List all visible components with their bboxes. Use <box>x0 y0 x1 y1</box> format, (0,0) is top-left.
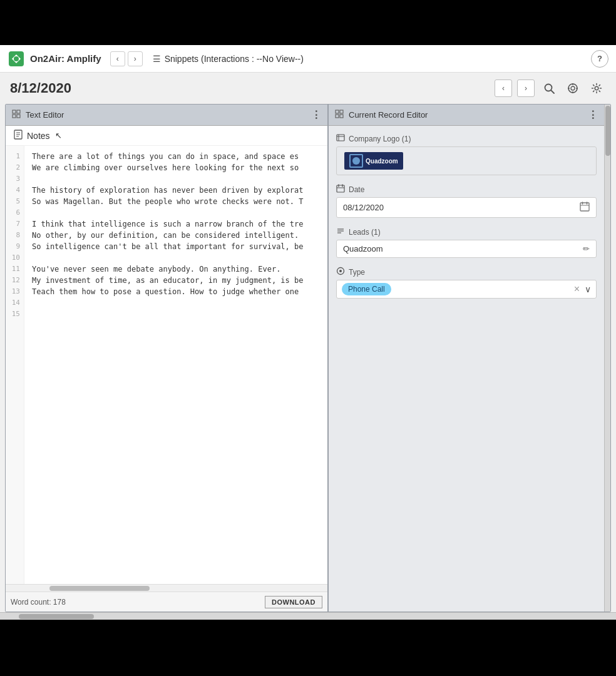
right-panel-inner: Current Record Editor ⋮ <box>329 105 604 612</box>
svg-line-4 <box>551 90 554 93</box>
bottom-scrollbar[interactable] <box>0 612 616 620</box>
notes-label: Notes <box>27 131 50 141</box>
line-num-4: 4 <box>6 185 24 196</box>
text-line-9: So intelligence can't be all that import… <box>32 241 320 252</box>
text-line-2: We are climbing over ourselves here look… <box>32 162 320 173</box>
app-title: On2Air: Amplify <box>30 53 101 64</box>
record-editor-menu-btn[interactable]: ⋮ <box>588 109 598 121</box>
line-num-11: 11 <box>6 264 24 275</box>
help-button[interactable]: ? <box>591 50 608 68</box>
date-value: 08/12/2020 <box>343 203 384 212</box>
app-logo: On2Air: Amplify <box>8 50 101 68</box>
leads-input[interactable]: Quadzoom ✏ <box>336 240 597 258</box>
phone-call-badge: Phone Call <box>342 283 391 295</box>
h-scrollbar-thumb[interactable] <box>49 586 150 591</box>
nav-forward-btn[interactable]: › <box>128 51 143 66</box>
quadroon-logo: Quadzoom <box>344 152 403 170</box>
line-num-8: 8 <box>6 230 24 241</box>
text-line-7: I think that intelligence is such a narr… <box>32 218 320 230</box>
calendar-icon <box>580 202 590 213</box>
gear-icon <box>591 83 602 94</box>
type-field-label: Type <box>336 267 597 277</box>
right-panel-scrollbar[interactable] <box>604 105 610 612</box>
text-line-4: The history of exploration has never bee… <box>32 185 320 196</box>
bottom-scrollbar-thumb[interactable] <box>19 614 94 619</box>
type-section: Type Phone Call × ∨ <box>336 267 597 299</box>
line-num-7: 7 <box>6 218 24 230</box>
line-num-1: 1 <box>6 151 24 162</box>
menu-icon-btn[interactable]: ☰ Snippets (Interactions : --No View--) <box>153 54 304 64</box>
date-input[interactable]: 08/12/2020 <box>336 197 597 218</box>
line-num-6: 6 <box>6 207 24 218</box>
svg-point-11 <box>595 86 598 90</box>
company-logo-section: Company Logo (1) Quadzoom <box>336 133 597 175</box>
text-line-14 <box>32 297 320 309</box>
date-section: Date 08/12/2020 <box>336 184 597 218</box>
line-num-12: 12 <box>6 275 24 286</box>
target-icon <box>567 83 578 94</box>
company-logo-icon <box>336 133 345 144</box>
record-header-left: Current Record Editor <box>335 110 428 120</box>
line-num-5: 5 <box>6 196 24 207</box>
text-line-5: So was Magellan. But the people who wrot… <box>32 196 320 207</box>
leads-icon <box>336 227 345 237</box>
svg-rect-23 <box>340 115 343 118</box>
cursor-arrow: ↖ <box>55 131 62 140</box>
date-nav-back[interactable]: ‹ <box>495 79 512 97</box>
hamburger-icon: ☰ <box>153 54 161 64</box>
nav-back-btn[interactable]: ‹ <box>110 51 125 66</box>
app-container: On2Air: Amplify ‹ › ☰ Snippets (Interact… <box>0 45 616 620</box>
line-num-2: 2 <box>6 162 24 173</box>
text-editor-menu-btn[interactable]: ⋮ <box>311 109 321 121</box>
svg-point-5 <box>568 84 577 93</box>
text-editor-title: Text Editor <box>26 110 64 120</box>
type-icon <box>336 267 345 277</box>
text-line-6 <box>32 207 320 218</box>
date-label-text: Date <box>349 185 364 194</box>
line-numbers: 1 2 3 4 5 6 7 8 9 10 11 12 13 14 <box>6 146 24 584</box>
text-line-10 <box>32 252 320 264</box>
date-field-label: Date <box>336 184 597 195</box>
date-nav-forward[interactable]: › <box>517 79 535 97</box>
svg-point-39 <box>339 270 342 272</box>
type-select[interactable]: Phone Call × ∨ <box>336 280 597 299</box>
panels-container: Text Editor ⋮ Notes ↖ <box>5 104 611 612</box>
text-line-12: My investment of time, as an educator, i… <box>32 275 320 286</box>
text-line-15 <box>32 309 320 320</box>
dropdown-arrow-icon[interactable]: ∨ <box>585 284 591 294</box>
header: On2Air: Amplify ‹ › ☰ Snippets (Interact… <box>0 45 616 73</box>
record-editor-title: Current Record Editor <box>349 110 428 120</box>
search-button[interactable] <box>540 79 558 98</box>
word-count: Word count: 178 <box>11 598 66 607</box>
clear-type-btn[interactable]: × <box>574 284 580 295</box>
settings-button[interactable] <box>587 79 606 98</box>
text-line-11: You've never seen me debate anybody. On … <box>32 264 320 275</box>
target-button[interactable] <box>563 79 582 98</box>
text-editor-bottom: Word count: 178 DOWNLOAD <box>6 592 327 612</box>
line-num-14: 14 <box>6 297 24 309</box>
type-label-text: Type <box>349 268 365 277</box>
scrollbar-thumb[interactable] <box>605 106 610 156</box>
edit-icon[interactable]: ✏ <box>583 244 590 253</box>
search-icon <box>543 83 555 94</box>
panel-header-left: Text Editor <box>12 110 64 120</box>
download-button[interactable]: DOWNLOAD <box>265 596 322 608</box>
q-logo-icon <box>349 154 363 168</box>
leads-value: Quadzoom <box>343 244 383 253</box>
line-num-3: 3 <box>6 173 24 185</box>
leads-label-text: Leads (1) <box>349 228 381 237</box>
right-panel-content: Company Logo (1) Quadzoom <box>329 126 604 612</box>
text-content-area[interactable]: There are a lot of things you can do in … <box>24 146 327 584</box>
svg-rect-22 <box>336 115 339 118</box>
bottom-black-bar <box>0 620 616 676</box>
text-editor-content[interactable]: 1 2 3 4 5 6 7 8 9 10 11 12 13 14 <box>6 146 327 584</box>
snippets-label: Snippets (Interactions : --No View--) <box>165 54 304 64</box>
leads-field-label: Leads (1) <box>336 227 597 237</box>
horizontal-scrollbar[interactable] <box>6 584 327 592</box>
leads-section: Leads (1) Quadzoom ✏ <box>336 227 597 258</box>
text-line-3 <box>32 173 320 185</box>
svg-rect-24 <box>337 135 344 141</box>
svg-rect-27 <box>337 185 344 192</box>
company-logo-label-text: Company Logo (1) <box>349 135 411 143</box>
svg-rect-31 <box>580 203 589 211</box>
